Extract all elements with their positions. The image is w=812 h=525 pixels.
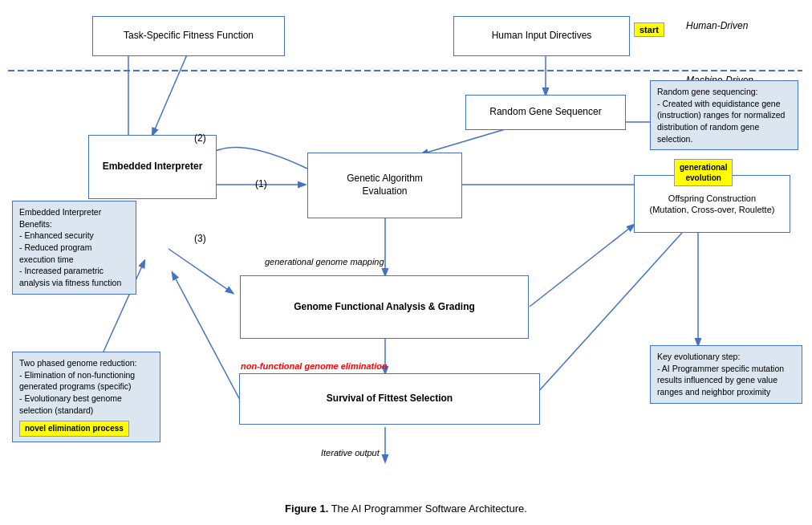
start-button[interactable]: start (634, 22, 664, 37)
embedded-interpreter-box: Embedded Interpreter (88, 135, 217, 199)
figure-label: Figure 1. (285, 503, 328, 515)
non-functional-label: non-functional genome elimination (241, 361, 388, 371)
random-gene-note-text: Random gene sequencing:- Created with eq… (657, 87, 785, 144)
genome-analysis-box: Genome Functional Analysis & Grading (240, 275, 529, 339)
random-gene-box: Random Gene Sequencer (465, 95, 626, 130)
generational-genome-label: generational genome mapping (265, 257, 384, 267)
step2-label: (2) (194, 132, 206, 144)
figure-text: The AI Programmer Software Architecture. (331, 503, 527, 515)
step1-label: (1) (255, 178, 267, 189)
key-evolutionary-note: Key evolutionary step:- AI Programmer sp… (650, 345, 802, 404)
svg-line-3 (168, 249, 233, 293)
step3-label: (3) (194, 233, 206, 244)
survival-fittest-box: Survival of Fittest Selection (239, 373, 540, 425)
diagram-container: Task-Specific Fitness Function Human Inp… (0, 0, 812, 498)
human-input-box: Human Input Directives (453, 16, 630, 56)
random-gene-note: Random gene sequencing:- Created with eq… (650, 80, 798, 150)
two-phased-note-text: Two phased genome reduction:- Eliminatio… (19, 358, 137, 415)
generational-evolution-badge: generationalevolution (674, 159, 733, 186)
iterative-output-label: Iterative output (321, 448, 380, 458)
embedded-note-text: Embedded Interpreter Benefits:- Enhanced… (19, 207, 121, 287)
two-phased-note: Two phased genome reduction:- Eliminatio… (12, 352, 160, 442)
embedded-note: Embedded Interpreter Benefits:- Enhanced… (12, 201, 136, 295)
svg-line-12 (173, 273, 241, 401)
fitness-function-box: Task-Specific Fitness Function (92, 16, 285, 56)
offspring-label: Offspring Construction(Mutation, Cross-o… (650, 193, 775, 216)
human-driven-label: Human-Driven (686, 20, 748, 31)
svg-line-10 (530, 225, 634, 307)
key-evolutionary-text: Key evolutionary step:- AI Programmer sp… (657, 352, 784, 397)
figure-caption: Figure 1. The AI Programmer Software Arc… (0, 498, 812, 518)
genetic-algorithm-label: Genetic AlgorithmEvaluation (347, 173, 423, 197)
novel-elimination-badge: novel elimination process (19, 421, 129, 437)
genetic-algorithm-box: Genetic AlgorithmEvaluation (307, 153, 462, 218)
